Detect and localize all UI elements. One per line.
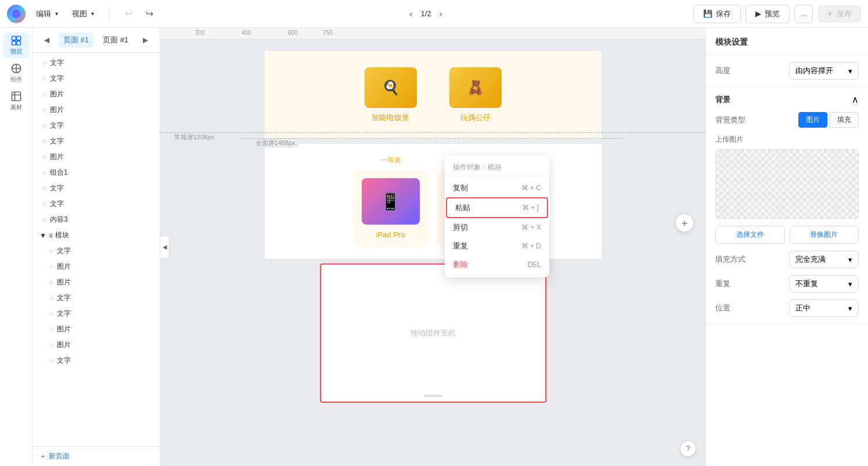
add-page-button[interactable]: ＋ 新页面 <box>33 446 160 466</box>
height-label: 高度 <box>715 66 730 76</box>
drag-icon: ⊹ <box>49 357 53 364</box>
background-collapse-icon[interactable]: ∧ <box>852 94 859 105</box>
replace-image-button[interactable]: 替换图片 <box>790 226 859 244</box>
first-prize-card[interactable]: 📱 iPad Pro <box>353 170 428 247</box>
upload-area[interactable] <box>715 149 859 219</box>
context-menu-cut[interactable]: 剪切 ⌘ + X <box>445 218 549 237</box>
sidebar-item-layers[interactable]: 图层 <box>3 32 29 58</box>
sidebar-item-materials[interactable]: 素材 <box>3 88 29 114</box>
list-item[interactable]: ⊹ 文字 <box>33 196 160 212</box>
module-handle <box>424 395 442 397</box>
publish-button[interactable]: ✈ 发布 <box>817 5 861 23</box>
background-section: 背景 ∧ 背景类型 图片 填充 上传图片 选择文件 替换图片 填充方式 完全充满 <box>706 87 868 324</box>
plus-icon[interactable]: ＋ <box>675 214 694 232</box>
right-panel-title: 模块设置 <box>706 28 868 55</box>
height-section: 高度 由内容撑开 ▾ <box>706 55 868 87</box>
context-menu-delete[interactable]: 删除 DEL <box>445 255 549 274</box>
undo-button[interactable]: ↩ <box>119 5 138 23</box>
add-module-button[interactable]: ＋ <box>675 214 694 232</box>
list-item[interactable]: ⊹ 图片 <box>39 337 160 353</box>
module-drop-zone[interactable]: 拖动组件至此 <box>320 263 546 403</box>
list-item[interactable]: ⊹ 文字 <box>39 243 160 259</box>
drag-icon: ⊹ <box>49 295 53 301</box>
first-prize-name: iPad Pro <box>361 230 420 239</box>
help-button[interactable]: ? <box>680 440 696 457</box>
panel-nav-next[interactable]: ▶ <box>138 34 153 47</box>
fill-mode-label: 填充方式 <box>715 254 745 265</box>
svg-rect-4 <box>16 41 20 45</box>
material-label: 素材 <box>10 103 22 111</box>
prize-card-name: 智能电饭煲 <box>360 113 422 123</box>
menu-edit[interactable]: 编辑 ▾ <box>30 6 64 21</box>
save-button[interactable]: 💾 保存 <box>693 5 741 23</box>
sidebar-item-components[interactable]: 组件 <box>3 60 29 86</box>
list-item[interactable]: ⊹ 文字 <box>39 306 160 321</box>
list-item[interactable]: ⊹ 图片 <box>39 321 160 337</box>
more-button[interactable]: ... <box>794 5 813 23</box>
right-panel: 模块设置 高度 由内容撑开 ▾ 背景 ∧ 背景类型 图片 填充 <box>705 28 868 466</box>
list-item[interactable]: ⊹ 文字 <box>33 71 160 86</box>
position-select[interactable]: 正中 ▾ <box>789 299 859 317</box>
layer-label: 图层 <box>10 48 22 56</box>
list-item[interactable]: ⊹ 图片 <box>33 86 160 102</box>
background-title: 背景 <box>715 95 730 105</box>
panel-nav-prev[interactable]: ◀ <box>39 34 54 47</box>
prev-page-button[interactable]: ‹ <box>406 8 416 20</box>
prize-toy-icon: 🧸 <box>467 80 484 96</box>
list-item[interactable]: ⊹ 文字 <box>33 55 160 71</box>
list-item[interactable]: ⊹ 文字 <box>39 290 160 306</box>
top-prize-section: 🍳 智能电饭煲 🧸 玩偶公仔 <box>265 51 602 139</box>
fill-mode-select[interactable]: 完全充满 ▾ <box>789 251 859 268</box>
divider1 <box>109 7 110 21</box>
canvas-scroll[interactable]: 🍳 智能电饭煲 🧸 玩偶公仔 常规屏12 <box>160 39 705 466</box>
svg-point-0 <box>12 9 21 18</box>
preview-button[interactable]: ▶ 预览 <box>745 5 790 23</box>
list-item[interactable]: ⊹ 图片 <box>33 149 160 165</box>
drag-icon: ⊹ <box>42 138 46 145</box>
bg-type-fill-button[interactable]: 填充 <box>830 112 859 128</box>
select-file-button[interactable]: 选择文件 <box>715 226 785 244</box>
prize-card-toy[interactable]: 🧸 玩偶公仔 <box>438 60 513 130</box>
drag-icon: ⊹ <box>49 279 53 286</box>
list-item[interactable]: ⊹ 文字 <box>33 118 160 133</box>
next-page-button[interactable]: › <box>436 8 446 20</box>
drag-icon: ⊹ <box>42 216 46 223</box>
bg-type-label: 背景类型 <box>715 115 745 125</box>
module-group-header[interactable]: ▼ ≡ 模块 <box>33 227 160 243</box>
prize-card-image: 🍳 <box>365 67 417 108</box>
topbar-center: ‹ 1/2 › <box>163 8 689 20</box>
repeat-select[interactable]: 不重复 ▾ <box>789 275 859 292</box>
layer-tab-1[interactable]: 页面 #1 <box>59 32 93 48</box>
context-menu-paste[interactable]: 粘贴 ⌘ + ] <box>446 197 548 218</box>
ruler-mark: 600 <box>288 30 298 36</box>
list-item[interactable]: ⊹ 图片 <box>39 274 160 290</box>
app-logo[interactable] <box>7 5 26 23</box>
canvas-area: 200 400 600 750 ◀ 🍳 智能电饭煲 <box>160 28 705 466</box>
list-item[interactable]: ⊹ 图片 <box>39 259 160 274</box>
list-item[interactable]: ⊹ 图片 <box>33 102 160 118</box>
height-row: 高度 由内容撑开 ▾ <box>715 62 859 80</box>
layer-panel: ◀ 页面 #1 页面 #1 ▶ ⊹ 文字 ⊹ 文字 ⊹ 图片 <box>33 28 160 466</box>
collapse-panel-button[interactable]: ◀ <box>160 236 170 259</box>
redo-button[interactable]: ↪ <box>140 5 159 23</box>
bg-type-image-button[interactable]: 图片 <box>798 112 827 128</box>
layer-tab-2[interactable]: 页面 #1 <box>98 32 133 48</box>
height-select[interactable]: 由内容撑开 ▾ <box>789 62 859 80</box>
list-item[interactable]: ⊹ 文字 <box>33 180 160 196</box>
context-menu-copy[interactable]: 复制 ⌘ + C <box>445 179 549 197</box>
menu-view[interactable]: 视图 ▾ <box>66 6 100 21</box>
component-label: 组件 <box>10 75 22 84</box>
drag-icon: ⊹ <box>42 154 46 160</box>
prize-icon: 🍳 <box>382 80 399 96</box>
list-item[interactable]: ⊹ 组合1 <box>33 165 160 180</box>
list-item[interactable]: ⊹ 文字 <box>39 353 160 369</box>
drag-icon: ⊹ <box>49 342 53 348</box>
ipad-pro-image: 📱 <box>362 178 420 225</box>
prize-card-ricecooker[interactable]: 🍳 智能电饭煲 <box>353 60 428 130</box>
main-layout: 图层 组件 素材 ◀ 页面 #1 页面 #1 ▶ <box>0 28 868 466</box>
list-item[interactable]: ⊹ 内容3 <box>33 212 160 227</box>
prize-card-name: 玩偶公仔 <box>445 113 506 123</box>
drag-icon: ⊹ <box>42 75 46 82</box>
list-item[interactable]: ⊹ 文字 <box>33 133 160 149</box>
context-menu-duplicate[interactable]: 重复 ⌘ + D <box>445 237 549 255</box>
